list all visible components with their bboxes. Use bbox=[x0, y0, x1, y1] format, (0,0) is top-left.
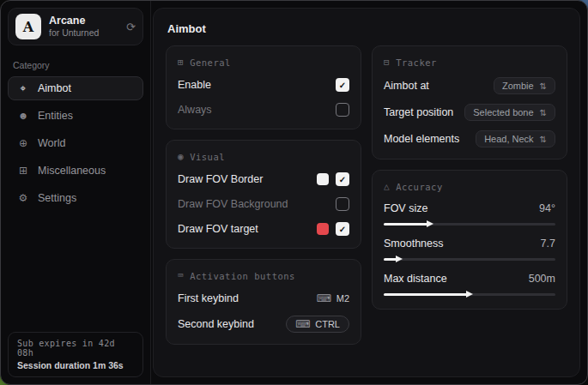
setting-label: Smoothness bbox=[384, 238, 443, 250]
app-logo: A bbox=[15, 14, 41, 39]
sidebar-item-world[interactable]: ⊕ World bbox=[8, 131, 143, 155]
smoothness-slider[interactable] bbox=[384, 256, 555, 262]
slider-thumb[interactable] bbox=[466, 291, 473, 298]
sidebar-nav: ⌖ Aimbot ☻ Entities ⊕ World ⊞ Miscellane… bbox=[1, 76, 150, 210]
color-swatch-red[interactable] bbox=[317, 223, 329, 235]
panel-visual: ◉ Visual Draw FOV Border ✓ Draw FOV Back… bbox=[166, 140, 361, 249]
fov-border-checkbox[interactable]: ✓ bbox=[336, 172, 349, 186]
panel-title: Activation buttons bbox=[190, 271, 295, 281]
left-column: ⊞ General Enable ✓ Always bbox=[166, 45, 361, 345]
slider-value: 500m bbox=[529, 273, 555, 285]
keyboard-icon: ⌨ bbox=[316, 292, 330, 304]
setting-row-smoothness: Smoothness 7.7 bbox=[384, 238, 555, 262]
entity-icon: ☻ bbox=[17, 110, 29, 122]
setting-label: Aimbot at bbox=[384, 80, 429, 92]
dropdown-value: Zombie bbox=[502, 81, 534, 91]
setting-row-max-distance: Max distance 500m bbox=[384, 273, 555, 298]
app-subtitle: for Unturned bbox=[49, 27, 118, 39]
setting-row-target-position: Target position Selected bone ⇅ bbox=[384, 104, 555, 121]
slider-value: 94° bbox=[539, 202, 555, 214]
setting-label: Max distance bbox=[384, 273, 447, 285]
setting-label: FOV size bbox=[384, 202, 427, 214]
subscription-info-box: Sub expires in 42d 08h Session duration … bbox=[8, 332, 143, 377]
setting-row-fov-background: Draw FOV Background bbox=[178, 196, 349, 212]
setting-label: Draw FOV target bbox=[178, 223, 258, 235]
sub-expiry-text: Sub expires in 42d 08h bbox=[17, 339, 134, 358]
panel-title: Visual bbox=[190, 152, 225, 162]
keybind-value: CTRL bbox=[315, 319, 340, 329]
setting-row-fov-size: FOV size 94° bbox=[384, 202, 555, 227]
setting-label: Second keybind bbox=[178, 318, 254, 330]
brand-text: Arcane for Unturned bbox=[49, 15, 118, 39]
check-icon: ✓ bbox=[339, 225, 346, 234]
dropdown-value: Selected bone bbox=[473, 107, 533, 117]
refresh-icon[interactable]: ⟳ bbox=[126, 21, 136, 33]
enable-checkbox[interactable]: ✓ bbox=[336, 78, 349, 92]
crosshair-icon: ⌖ bbox=[17, 82, 29, 94]
setting-label: Enable bbox=[178, 79, 211, 91]
panel-activation-buttons: ⌨ Activation buttons First keybind ⌨ M2 … bbox=[166, 259, 361, 345]
model-elements-dropdown[interactable]: Head, Neck ⇅ bbox=[476, 130, 555, 147]
keybind-value: M2 bbox=[336, 293, 349, 304]
sidebar-item-aimbot[interactable]: ⌖ Aimbot bbox=[8, 76, 143, 100]
page-title: Aimbot bbox=[167, 22, 567, 35]
check-icon: ✓ bbox=[339, 81, 346, 90]
panel-general: ⊞ General Enable ✓ Always bbox=[166, 45, 361, 129]
setting-row-aimbot-at: Aimbot at Zombie ⇅ bbox=[384, 77, 555, 94]
aimbot-at-dropdown[interactable]: Zombie ⇅ bbox=[494, 77, 555, 94]
setting-label: Always bbox=[178, 104, 212, 116]
panel-title: General bbox=[190, 57, 231, 68]
fov-background-checkbox[interactable] bbox=[336, 197, 349, 211]
setting-label: Model elements bbox=[384, 133, 459, 145]
setting-row-fov-target: Draw FOV target ✓ bbox=[178, 221, 349, 237]
slider-thumb[interactable] bbox=[427, 220, 433, 227]
sidebar-item-miscellaneous[interactable]: ⊞ Miscellaneous bbox=[8, 159, 143, 183]
grid-icon: ⊞ bbox=[17, 165, 29, 177]
target-position-dropdown[interactable]: Selected bone ⇅ bbox=[464, 104, 555, 121]
sidebar-item-settings[interactable]: ⚙ Settings bbox=[8, 186, 143, 210]
globe-icon: ⊕ bbox=[17, 137, 29, 149]
panel-accuracy: △ Accuracy FOV size 94° bbox=[372, 170, 567, 310]
sidebar-item-label: Aimbot bbox=[38, 82, 71, 94]
main-card: Aimbot ⊞ General Enable ✓ A bbox=[153, 8, 580, 377]
sidebar-item-label: Settings bbox=[38, 192, 76, 204]
fov-size-slider[interactable] bbox=[384, 220, 555, 227]
general-icon: ⊞ bbox=[178, 57, 184, 68]
setting-row-always: Always bbox=[178, 102, 349, 117]
session-duration-text: Session duration 1m 36s bbox=[17, 360, 134, 370]
setting-row-first-keybind: First keybind ⌨ M2 bbox=[178, 291, 349, 306]
visual-icon: ◉ bbox=[178, 151, 184, 162]
setting-label: First keybind bbox=[178, 292, 239, 304]
tracker-icon: ⊟ bbox=[384, 57, 390, 68]
slider-fill bbox=[384, 223, 428, 226]
slider-thumb[interactable] bbox=[396, 256, 403, 262]
app-window: A Arcane for Unturned ⟳ Category ⌖ Aimbo… bbox=[0, 0, 588, 385]
right-column: ⊟ Tracker Aimbot at Zombie ⇅ Target posi… bbox=[372, 45, 567, 310]
second-keybind-button[interactable]: ⌨ CTRL bbox=[286, 316, 349, 333]
first-keybind-button[interactable]: ⌨ M2 bbox=[316, 292, 349, 304]
setting-row-fov-border: Draw FOV Border ✓ bbox=[178, 171, 349, 187]
always-checkbox[interactable] bbox=[336, 103, 349, 117]
panel-tracker: ⊟ Tracker Aimbot at Zombie ⇅ Target posi… bbox=[372, 45, 567, 159]
sidebar-item-entities[interactable]: ☻ Entities bbox=[8, 104, 143, 128]
setting-label: Draw FOV Border bbox=[178, 173, 263, 185]
slider-track bbox=[384, 258, 555, 261]
app-title: Arcane bbox=[49, 15, 118, 28]
fov-target-checkbox[interactable]: ✓ bbox=[336, 222, 349, 236]
sidebar-item-label: Miscellaneous bbox=[38, 165, 106, 177]
slider-fill bbox=[384, 293, 468, 296]
chevron-up-down-icon: ⇅ bbox=[540, 135, 547, 144]
setting-label: Draw FOV Background bbox=[178, 198, 288, 210]
dropdown-value: Head, Neck bbox=[484, 134, 533, 144]
category-label: Category bbox=[13, 60, 138, 70]
chevron-up-down-icon: ⇅ bbox=[540, 108, 547, 117]
check-icon: ✓ bbox=[339, 175, 346, 184]
setting-label: Target position bbox=[384, 106, 453, 118]
max-distance-slider[interactable] bbox=[384, 291, 555, 298]
color-swatch-white[interactable] bbox=[317, 173, 329, 185]
sidebar-item-label: Entities bbox=[38, 110, 73, 122]
panel-title: Tracker bbox=[396, 57, 437, 68]
sidebar: A Arcane for Unturned ⟳ Category ⌖ Aimbo… bbox=[1, 1, 151, 384]
chevron-up-down-icon: ⇅ bbox=[540, 81, 547, 91]
setting-row-enable: Enable ✓ bbox=[178, 77, 349, 93]
